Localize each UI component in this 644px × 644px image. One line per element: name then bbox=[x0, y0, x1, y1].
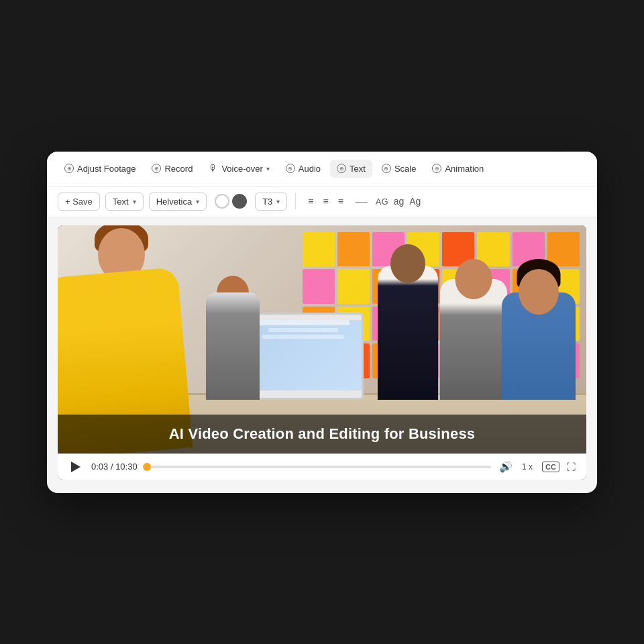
dash-separator: — bbox=[353, 195, 370, 209]
chevron-down-icon-size: ▾ bbox=[276, 198, 280, 205]
speed-button[interactable]: 1 x bbox=[519, 461, 535, 473]
progress-handle[interactable] bbox=[143, 463, 151, 471]
sticky-note bbox=[303, 269, 335, 304]
person-body-middle bbox=[206, 292, 260, 400]
toolbar-item-audio[interactable]: ⊕ Audio bbox=[279, 160, 327, 178]
volume-icon[interactable]: 🔊 bbox=[499, 460, 513, 473]
size-label: T3 bbox=[262, 197, 272, 207]
person-blue-head bbox=[519, 269, 559, 315]
toolbar-item-voiceover[interactable]: 🎙 Voice-over ▾ bbox=[202, 159, 276, 178]
case-titlecase-button[interactable]: Ag bbox=[409, 196, 421, 207]
color-dark[interactable] bbox=[232, 194, 247, 209]
video-controls: 0:03 / 10:30 🔊 1 x CC ⛶ bbox=[58, 453, 586, 480]
play-button[interactable] bbox=[68, 460, 83, 474]
person-grey-jacket bbox=[440, 279, 507, 400]
align-right-button[interactable]: ≡ bbox=[334, 193, 347, 209]
sticky-note bbox=[337, 232, 370, 267]
toolbar-item-adjust-footage[interactable]: ⊕ Adjust Footage bbox=[58, 160, 142, 178]
text-type-dropdown[interactable]: Text ▾ bbox=[105, 193, 144, 211]
align-left-button[interactable]: ≡ bbox=[304, 193, 317, 209]
mic-icon: 🎙 bbox=[209, 163, 218, 174]
sticky-note bbox=[303, 232, 335, 267]
toolbar-label-voiceover: Voice-over bbox=[221, 164, 262, 174]
toolbar-label-text: Text bbox=[350, 164, 366, 174]
toolbar-label-audio: Audio bbox=[299, 164, 321, 174]
save-button[interactable]: + Save bbox=[58, 193, 100, 211]
align-group: ≡ ≡ ≡ bbox=[304, 193, 347, 209]
video-caption: AI Video Creation and Editing for Busine… bbox=[169, 425, 476, 442]
time-display: 0:03 / 10:30 bbox=[91, 462, 138, 472]
play-icon bbox=[71, 462, 80, 472]
toolbar-label-scale: Scale bbox=[394, 164, 417, 174]
save-label: + Save bbox=[65, 197, 93, 207]
text-type-label: Text bbox=[113, 197, 129, 207]
toolbar-item-record[interactable]: ⊕ Record bbox=[145, 160, 199, 178]
progress-bar[interactable] bbox=[146, 466, 491, 468]
font-case-group: AG ag Ag bbox=[376, 196, 421, 207]
color-white[interactable] bbox=[215, 194, 229, 209]
align-center-button[interactable]: ≡ bbox=[319, 193, 333, 209]
chevron-down-icon-font: ▾ bbox=[196, 198, 199, 205]
controls-right: 🔊 1 x CC ⛶ bbox=[499, 460, 576, 473]
case-uppercase-button[interactable]: AG bbox=[376, 197, 388, 207]
size-dropdown[interactable]: T3 ▾ bbox=[255, 193, 287, 211]
search-icon-scale: ⊕ bbox=[382, 164, 391, 173]
case-lowercase-button[interactable]: ag bbox=[394, 196, 405, 207]
color-group bbox=[215, 194, 247, 209]
search-icon-record: ⊕ bbox=[152, 164, 161, 173]
toolbar-item-scale[interactable]: ⊕ Scale bbox=[375, 160, 423, 178]
toolbar-label-animation: Animation bbox=[445, 164, 484, 174]
font-label: Helvetica bbox=[156, 197, 192, 207]
search-icon-animation: ⊕ bbox=[432, 164, 441, 173]
top-toolbar: ⊕ Adjust Footage ⊕ Record 🎙 Voice-over ▾… bbox=[47, 152, 597, 186]
person-blue-jacket bbox=[502, 292, 576, 400]
toolbar-label-adjust: Adjust Footage bbox=[77, 164, 136, 174]
app-window: ⊕ Adjust Footage ⊕ Record 🎙 Voice-over ▾… bbox=[47, 152, 597, 493]
video-container: AI Video Creation and Editing for Busine… bbox=[58, 225, 586, 480]
caption-overlay: AI Video Creation and Editing for Busine… bbox=[58, 415, 586, 453]
secondary-toolbar: + Save Text ▾ Helvetica ▾ T3 ▾ ≡ ≡ ≡ — A… bbox=[47, 186, 597, 217]
cc-button[interactable]: CC bbox=[542, 462, 559, 472]
person-grey-head bbox=[455, 259, 492, 299]
toolbar-item-text[interactable]: ⊕ Text bbox=[330, 160, 372, 178]
person-middle bbox=[206, 292, 260, 400]
toolbar-label-record: Record bbox=[164, 164, 193, 174]
person-dark-jacket bbox=[378, 266, 438, 400]
person-dark-head bbox=[390, 244, 425, 283]
font-dropdown[interactable]: Helvetica ▾ bbox=[149, 193, 207, 211]
chevron-down-icon: ▾ bbox=[266, 165, 270, 172]
video-scene: AI Video Creation and Editing for Busine… bbox=[58, 225, 586, 453]
chevron-down-icon-text: ▾ bbox=[133, 198, 136, 205]
toolbar-item-animation[interactable]: ⊕ Animation bbox=[425, 160, 490, 178]
sticky-note bbox=[337, 269, 370, 304]
progress-fill bbox=[146, 466, 148, 468]
search-icon: ⊕ bbox=[64, 164, 74, 173]
search-icon-text: ⊕ bbox=[337, 164, 346, 173]
search-icon-audio: ⊕ bbox=[286, 164, 295, 173]
fullscreen-button[interactable]: ⛶ bbox=[566, 462, 576, 472]
divider-1 bbox=[295, 193, 296, 209]
